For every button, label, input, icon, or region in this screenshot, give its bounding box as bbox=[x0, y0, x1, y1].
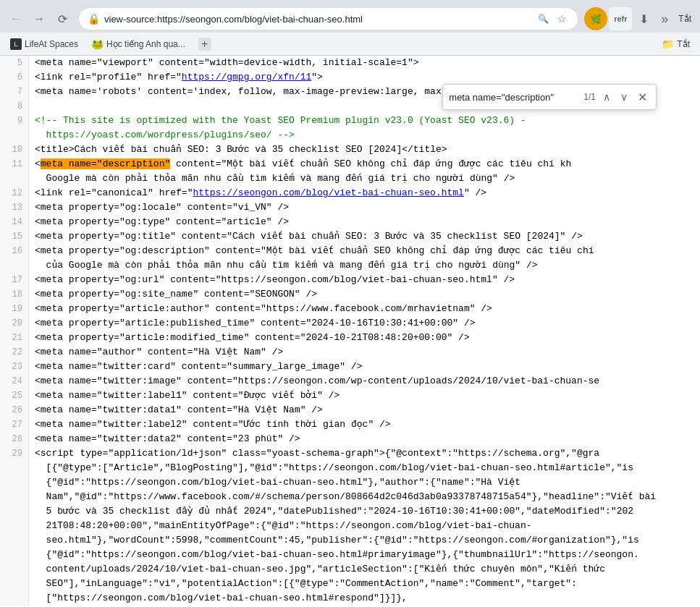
line-number: 5 bbox=[0, 56, 29, 70]
code-line: 18 <meta property="og:site_name" content… bbox=[0, 287, 700, 302]
code-line: 15 <meta property="og:title" content="Cá… bbox=[0, 229, 700, 244]
code-line: https://yoast.com/wordpress/plugins/seo/… bbox=[0, 128, 700, 143]
add-bookmark-icon: + bbox=[198, 38, 211, 51]
line-content: seo.html"},"wordCount":5998,"commentCoun… bbox=[29, 533, 700, 548]
line-number bbox=[0, 548, 29, 562]
line-number: 11 bbox=[0, 157, 29, 171]
line-number: 7 bbox=[0, 85, 29, 99]
line-content: <meta property="og:site_name" content="S… bbox=[29, 287, 700, 302]
code-line: 9 <!-- This site is optimized with the Y… bbox=[0, 114, 700, 128]
code-line: SEO"],"inLanguage":"vi","potentialAction… bbox=[0, 577, 700, 591]
more-tabs-button[interactable]: » bbox=[655, 10, 674, 28]
line-content: <meta name="viewport" content="width=dev… bbox=[29, 56, 700, 70]
code-line: 19 <meta property="article:author" conte… bbox=[0, 302, 700, 316]
line-content: <link rel="canonical" href="https://seon… bbox=[29, 186, 700, 200]
line-number: 17 bbox=[0, 273, 29, 287]
download-icon[interactable]: ⬇ bbox=[633, 9, 654, 29]
code-line: 17 <meta property="og:url" content="http… bbox=[0, 273, 700, 287]
code-line: của Google mà còn phải thỏa mãn nhu cầu … bbox=[0, 258, 700, 273]
line-number bbox=[0, 490, 29, 504]
line-number bbox=[0, 475, 29, 490]
code-line: 5 bước và 35 checklist đầy đủ nhất 2024"… bbox=[0, 504, 700, 519]
link-canonical[interactable]: https://seongon.com/blog/viet-bai-chuan-… bbox=[193, 187, 463, 198]
code-line: 28 <meta name="twitter:data2" content="2… bbox=[0, 432, 700, 446]
line-content: 21T08:48:20+00:00","mainEntityOfPage":{"… bbox=[29, 519, 700, 533]
line-number: 10 bbox=[0, 143, 29, 157]
bookmarks-bar: L LifeAt Spaces 🐸 Học tiếng Anh qua... +… bbox=[0, 32, 700, 55]
line-content: <meta property="og:title" content="Cách … bbox=[29, 229, 700, 244]
bookmark-folder-right[interactable]: 📁 Tắt bbox=[657, 37, 694, 51]
code-line: 10 <title>Cách viết bài chuẩn SEO: 3 Bướ… bbox=[0, 143, 700, 157]
line-number bbox=[0, 461, 29, 475]
back-button[interactable]: ← bbox=[6, 9, 26, 29]
line-content: [{"@type":["Article","BlogPosting"],"@id… bbox=[29, 461, 700, 475]
code-line: 14 <meta property="og:type" content="art… bbox=[0, 215, 700, 229]
source-view: 5 <meta name="viewport" content="width=d… bbox=[0, 56, 700, 606]
find-prev-button[interactable]: ∧ bbox=[600, 90, 613, 104]
bookmark-star-button[interactable]: ☆ bbox=[554, 12, 569, 26]
code-line: 11 <meta name="description" content="Một… bbox=[0, 157, 700, 171]
line-number: 21 bbox=[0, 331, 29, 345]
bookmark-english[interactable]: 🐸 Học tiếng Anh qua... bbox=[87, 37, 190, 51]
line-number bbox=[0, 533, 29, 548]
bookmark-add-button[interactable]: + bbox=[194, 36, 216, 52]
line-content: <meta property="article:modified_time" c… bbox=[29, 331, 700, 345]
code-line: 20 <meta property="article:published_tim… bbox=[0, 316, 700, 331]
code-line: 16 <meta property="og:description" conte… bbox=[0, 244, 700, 258]
line-number: 19 bbox=[0, 302, 29, 316]
code-line: seo.html"},"wordCount":5998,"commentCoun… bbox=[0, 533, 700, 548]
code-line: 5 <meta name="viewport" content="width=d… bbox=[0, 56, 700, 70]
line-content: <meta property="og:type" content="articl… bbox=[29, 215, 700, 229]
line-content: <meta name="twitter:data2" content="23 p… bbox=[29, 432, 700, 446]
line-number bbox=[0, 562, 29, 577]
search-icon-btn[interactable]: 🔍 bbox=[536, 12, 550, 26]
refresh-icon[interactable]: refr bbox=[609, 7, 632, 30]
find-close-button[interactable]: ✕ bbox=[635, 89, 650, 106]
line-content: <link rel="profile" href="https://gmpg.o… bbox=[29, 70, 700, 85]
line-number bbox=[0, 519, 29, 533]
line-number: 8 bbox=[0, 99, 29, 114]
line-number: 15 bbox=[0, 229, 29, 244]
line-number: 20 bbox=[0, 316, 29, 331]
code-line: 27 <meta name="twitter:label2" content="… bbox=[0, 417, 700, 432]
line-content: ["https://seongon.com/blog/viet-bai-chua… bbox=[29, 591, 700, 606]
line-number bbox=[0, 504, 29, 519]
find-input[interactable] bbox=[449, 92, 579, 103]
line-number: 28 bbox=[0, 432, 29, 446]
bookmark-lifeat-label: LifeAt Spaces bbox=[25, 39, 78, 49]
code-line: content/uploads/2024/10/viet-bai-chuan-s… bbox=[0, 562, 700, 577]
line-content: Nam","@id":"https://www.facebook.com/#/s… bbox=[29, 490, 700, 504]
line-content: <meta property="article:published_time" … bbox=[29, 316, 700, 331]
line-number: 12 bbox=[0, 186, 29, 200]
find-next-button[interactable]: ∨ bbox=[617, 90, 631, 104]
new-tab-label: Tắt bbox=[675, 14, 694, 24]
line-content: <meta property="article:author" content=… bbox=[29, 302, 700, 316]
line-number: 23 bbox=[0, 360, 29, 374]
line-number bbox=[0, 171, 29, 186]
code-line: 13 <meta property="og:locale" content="v… bbox=[0, 200, 700, 215]
line-content: <!-- This site is optimized with the Yoa… bbox=[29, 114, 700, 128]
line-number bbox=[0, 577, 29, 591]
line-content: 5 bước và 35 checklist đầy đủ nhất 2024"… bbox=[29, 504, 700, 519]
line-content: Google mà còn phải thỏa mãn nhu cầu tìm … bbox=[29, 171, 700, 186]
folder-icon: 📁 bbox=[662, 38, 674, 50]
code-line: 22 <meta name="author" content="Hà Việt … bbox=[0, 345, 700, 360]
line-content: <meta name="twitter:image" content="http… bbox=[29, 374, 700, 389]
code-line: 26 <meta name="twitter:data1" content="H… bbox=[0, 403, 700, 417]
reload-button[interactable]: ⟳ bbox=[52, 9, 72, 29]
code-line: 23 <meta name="twitter:card" content="su… bbox=[0, 360, 700, 374]
find-bar: 1/1 ∧ ∨ ✕ bbox=[442, 84, 657, 110]
address-bar[interactable]: 🔒 view-source:https://seongon.com/blog/v… bbox=[78, 7, 578, 30]
line-number: 18 bbox=[0, 287, 29, 302]
code-line: [{"@type":["Article","BlogPosting"],"@id… bbox=[0, 461, 700, 475]
code-line: 6 <link rel="profile" href="https://gmpg… bbox=[0, 70, 700, 85]
forward-button[interactable]: → bbox=[29, 9, 49, 29]
line-number: 6 bbox=[0, 70, 29, 85]
line-content: https://yoast.com/wordpress/plugins/seo/… bbox=[29, 128, 700, 143]
link-gmpg[interactable]: https://gmpg.org/xfn/11 bbox=[182, 72, 311, 82]
code-line: 21 <meta property="article:modified_time… bbox=[0, 331, 700, 345]
code-line: 29 <script type="application/ld+json" cl… bbox=[0, 446, 700, 461]
line-content: <script type="application/ld+json" class… bbox=[29, 446, 700, 461]
bookmark-lifeat[interactable]: L LifeAt Spaces bbox=[6, 37, 83, 51]
line-number: 9 bbox=[0, 114, 29, 128]
